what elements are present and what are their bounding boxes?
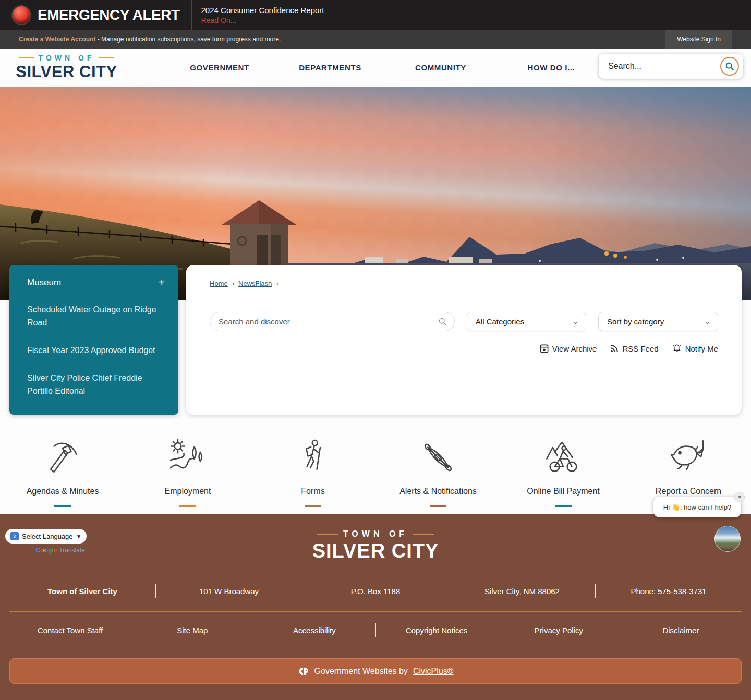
footer-phone: Phone: 575-538-3731 [596, 587, 742, 596]
view-archive-label: View Archive [552, 344, 597, 353]
site-logo[interactable]: TOWN OF SILVER CITY [10, 54, 123, 81]
breadcrumb-home-link[interactable]: Home [210, 280, 228, 287]
nav-community[interactable]: COMMUNITY [385, 63, 496, 72]
newsflash-panel: Home › NewsFlash › All Categories ⌄ Sort… [186, 265, 742, 415]
account-description: - Manage notification subscriptions, sav… [98, 35, 281, 43]
quicklink-accent-bar [54, 505, 71, 507]
rss-feed-label: RSS Feed [622, 344, 658, 353]
logo-main-text: SILVER CITY [10, 63, 123, 81]
footer-link-contact[interactable]: Contact Town Staff [9, 626, 131, 635]
nav-government[interactable]: GOVERNMENT [164, 63, 275, 72]
sidebar-section-museum[interactable]: Museum + [27, 276, 165, 288]
search-submit-button[interactable] [720, 57, 739, 76]
civicplus-link[interactable]: CivicPlus® [413, 667, 454, 676]
sort-value: Sort by category [607, 317, 664, 326]
quicklink-label: Report a Concern [656, 487, 721, 496]
emergency-alert-button[interactable]: EMERGENCY ALERT [0, 0, 191, 30]
alert-light-icon [13, 6, 30, 24]
footer-link-accessibility[interactable]: Accessibility [253, 626, 375, 635]
desert-sun-icon [168, 433, 208, 477]
footer-street: 101 W Broadway [156, 587, 302, 596]
logo-dash-right [99, 57, 114, 58]
quicklink-report-a-concern[interactable]: Report a Concern [626, 433, 751, 507]
quicklink-forms[interactable]: Forms [250, 433, 376, 507]
site-header: TOWN OF SILVER CITY GOVERNMENT DEPARTMEN… [0, 49, 751, 87]
chat-message: Hi 👋, how can I help? [663, 503, 731, 511]
footer-logo-top-text: TOWN OF [343, 529, 408, 539]
quicklink-accent-bar [179, 505, 196, 507]
footer-link-sitemap[interactable]: Site Map [131, 626, 253, 635]
quicklink-online-bill-payment[interactable]: Online Bill Payment [501, 433, 626, 507]
footer-logo-dash-right [413, 534, 434, 535]
footer-link-privacy[interactable]: Privacy Policy [498, 626, 620, 635]
create-account-link[interactable]: Create a Website Account [19, 35, 95, 43]
footer-address-row: Town of Silver City 101 W Broadway P.O. … [9, 584, 742, 598]
news-search [210, 312, 455, 331]
categories-select[interactable]: All Categories ⌄ [467, 312, 586, 331]
civicplus-logo-icon [298, 666, 309, 677]
alert-title: EMERGENCY ALERT [38, 7, 180, 23]
news-toolbar: All Categories ⌄ Sort by category ⌄ [210, 312, 718, 331]
breadcrumb-separator-2: › [276, 280, 278, 287]
sidebar-item-budget[interactable]: Fiscal Year 2023 Approved Budget [27, 344, 165, 357]
nav-how-do-i[interactable]: HOW DO I... [496, 63, 607, 72]
sort-select[interactable]: Sort by category ⌄ [598, 312, 718, 331]
categories-value: All Categories [476, 317, 524, 326]
chat-close-icon[interactable]: × [734, 492, 745, 502]
news-sidebar: Museum + Scheduled Water Outage on Ridge… [9, 265, 178, 415]
footer-link-disclaimer[interactable]: Disclaimer [620, 626, 742, 635]
sidebar-item-water-outage[interactable]: Scheduled Water Outage on Ridge Road [27, 303, 165, 329]
alert-read-on-link[interactable]: Read On... [201, 16, 324, 25]
quicklink-label: Online Bill Payment [527, 487, 600, 496]
expand-plus-icon[interactable]: + [159, 276, 165, 288]
page: EMERGENCY ALERT 2024 Consumer Confidence… [0, 0, 751, 700]
account-text: Create a Website Account - Manage notifi… [0, 35, 281, 43]
account-bar: Create a Website Account - Manage notifi… [0, 30, 751, 49]
archive-icon [540, 344, 549, 353]
quicklink-alerts-notifications[interactable]: Alerts & Notifications [376, 433, 501, 507]
footer-logo-main-text: SILVER CITY [0, 540, 751, 562]
site-search [599, 54, 743, 79]
breadcrumb-newsflash-link[interactable]: NewsFlash [238, 280, 272, 287]
chat-tooltip[interactable]: Hi 👋, how can I help? × [653, 497, 741, 517]
view-archive-link[interactable]: View Archive [540, 344, 597, 353]
search-icon [438, 317, 447, 326]
quicklink-agendas-minutes[interactable]: Agendas & Minutes [0, 433, 125, 507]
logo-top-text: TOWN OF [39, 54, 95, 62]
quicklink-employment[interactable]: Employment [125, 433, 250, 507]
footer-links-row: Contact Town Staff Site Map Accessibilit… [9, 623, 742, 637]
chevron-down-icon: ⌄ [573, 318, 578, 325]
fish-hook-icon [669, 433, 708, 477]
quicklink-label: Employment [165, 487, 211, 496]
sidebar-item-police-editorial[interactable]: Silver City Police Chief Freddie Portill… [27, 371, 165, 397]
mountain-biker-icon [543, 433, 583, 477]
search-icon [725, 62, 734, 71]
news-search-input[interactable] [219, 317, 438, 326]
quicklink-label: Agendas & Minutes [27, 487, 99, 496]
breadcrumb: Home › NewsFlash › [210, 280, 718, 287]
emergency-alert-bar: EMERGENCY ALERT 2024 Consumer Confidence… [0, 0, 751, 30]
footer-logo-dash-left [317, 534, 338, 535]
notify-me-label: Notify Me [685, 344, 718, 353]
quicklink-accent-bar [305, 505, 321, 507]
logo-dash-left [19, 57, 34, 58]
footer-link-copyright[interactable]: Copyright Notices [376, 626, 498, 635]
nav-departments[interactable]: DEPARTMENTS [275, 63, 385, 72]
hiker-icon [293, 433, 333, 477]
site-search-input[interactable] [608, 62, 720, 71]
chevron-down-icon: ⌄ [705, 318, 710, 325]
website-sign-in-button[interactable]: Website Sign In [665, 30, 732, 49]
footer-town-name: Town of Silver City [9, 587, 155, 596]
rss-feed-link[interactable]: RSS Feed [610, 344, 658, 353]
alert-message: 2024 Consumer Confidence Report [201, 6, 324, 15]
news-action-links: View Archive RSS Feed Notify Me [210, 344, 718, 353]
civicplus-bar: Government Websites by CivicPlus® [9, 658, 742, 684]
rss-icon [610, 344, 619, 353]
quicklink-label: Alerts & Notifications [399, 487, 477, 496]
content-divider [210, 299, 718, 299]
footer-po-box: P.O. Box 1188 [302, 587, 449, 596]
pickaxe-icon [43, 433, 82, 477]
chat-widget-avatar[interactable] [714, 526, 741, 552]
breadcrumb-separator: › [232, 280, 234, 287]
notify-me-link[interactable]: Notify Me [672, 344, 718, 353]
